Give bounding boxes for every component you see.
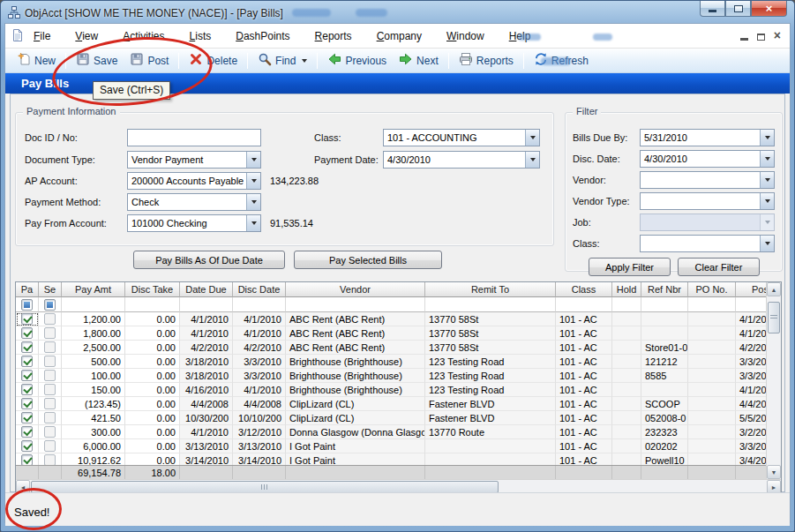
pay-checkbox[interactable] [21, 398, 33, 409]
chevron-down-icon[interactable] [760, 172, 774, 188]
vertical-scroll-thumb[interactable] [768, 302, 780, 333]
find-button[interactable]: Find [251, 50, 313, 71]
chevron-down-icon[interactable] [760, 130, 774, 146]
menu-view[interactable]: View [75, 30, 98, 42]
column-header-pa[interactable]: Pa [16, 282, 39, 297]
column-header-post_date[interactable]: Post D [736, 282, 766, 297]
class-combo[interactable]: 101 - ACCOUNTING [383, 129, 540, 146]
table-row[interactable]: 421.500.0010/30/20010/10/200ClipLizard (… [16, 411, 766, 425]
document-type-combo[interactable]: Vendor Payment [127, 151, 261, 169]
select-checkbox[interactable] [44, 327, 56, 339]
chevron-down-icon[interactable] [760, 193, 774, 209]
pay-from-account-combo[interactable]: 101000 Checking [127, 214, 261, 232]
doc-id-input[interactable] [127, 129, 261, 146]
pay-checkbox[interactable] [21, 426, 33, 438]
chevron-down-icon[interactable] [525, 152, 539, 168]
column-header-date_due[interactable]: Date Due [180, 282, 233, 297]
column-header-class[interactable]: Class [556, 282, 612, 297]
chevron-down-icon[interactable] [246, 173, 260, 189]
chevron-down-icon[interactable] [246, 215, 260, 231]
scroll-down-button[interactable]: ▼ [767, 465, 781, 479]
menu-company[interactable]: Company [377, 30, 422, 42]
filter-combo-vendor[interactable] [640, 171, 775, 189]
filter-combo-vendortype[interactable] [640, 192, 775, 210]
column-header-hold[interactable]: Hold [612, 282, 641, 297]
previous-button[interactable]: Previous [321, 50, 393, 71]
table-row[interactable]: 6,000.000.003/13/20103/13/2010I Got Pain… [16, 439, 766, 453]
select-checkbox[interactable] [44, 356, 56, 367]
next-button[interactable]: Next [393, 50, 445, 71]
table-row[interactable]: 100.000.003/18/20103/3/2010Brighthouse (… [16, 369, 766, 383]
pay-checkbox[interactable] [21, 384, 33, 395]
chevron-down-icon[interactable] [246, 194, 260, 210]
find-dropdown-arrow[interactable] [302, 59, 307, 63]
maximize-button[interactable] [725, 1, 751, 17]
filter-combo-class[interactable] [640, 235, 775, 252]
reports-button[interactable]: Reports [453, 50, 520, 71]
horizontal-scroll-thumb[interactable] [31, 481, 499, 493]
select-checkbox[interactable] [44, 398, 56, 409]
column-header-disc_date[interactable]: Disc Date [233, 282, 286, 297]
select-checkbox[interactable] [44, 426, 56, 438]
menu-file[interactable]: File [34, 30, 50, 42]
column-header-ref_nbr[interactable]: Ref Nbr [641, 282, 688, 297]
table-row[interactable]: 500.000.003/18/20103/3/2010Brighthouse (… [16, 355, 766, 369]
filter-combo-billsdueby[interactable]: 5/31/2010 [640, 129, 775, 146]
column-header-vendor[interactable]: Vendor [286, 282, 425, 297]
close-button[interactable]: × [751, 1, 787, 17]
apply-filter-button[interactable]: Apply Filter [589, 258, 671, 276]
select-all-se-checkbox[interactable] [44, 299, 56, 311]
column-header-remit_to[interactable]: Remit To [425, 282, 556, 297]
chevron-down-icon[interactable] [760, 236, 774, 251]
chevron-down-icon[interactable] [246, 152, 260, 168]
mdi-minimize-icon[interactable] [740, 38, 748, 41]
pay-checkbox[interactable] [21, 356, 33, 367]
table-row[interactable]: 2,500.000.004/2/20104/2/2010ABC Rent (AB… [16, 341, 766, 355]
minimize-button[interactable] [700, 1, 725, 17]
select-checkbox[interactable] [44, 384, 56, 395]
menu-lists[interactable]: Lists [190, 30, 212, 42]
pay-checkbox[interactable] [21, 440, 33, 452]
mdi-close-icon[interactable]: × [774, 30, 781, 41]
select-checkbox[interactable] [44, 440, 56, 452]
table-row[interactable]: 300.000.004/1/20103/12/2010Donna Glasgow… [16, 425, 766, 439]
cell-disc_take: 0.00 [125, 453, 180, 465]
column-header-pay_amt[interactable]: Pay Amt [62, 282, 125, 297]
scroll-up-button[interactable]: ▲ [767, 282, 781, 296]
pay-checkbox[interactable] [21, 412, 33, 423]
payment-date-combo[interactable]: 4/30/2010 [383, 151, 540, 169]
payment-method-combo[interactable]: Check [127, 193, 261, 211]
column-header-se[interactable]: Se [39, 282, 62, 297]
clear-filter-button[interactable]: Clear Filter [678, 258, 760, 276]
pay-checkbox[interactable] [21, 370, 33, 381]
filter-combo-discdate[interactable]: 4/30/2010 [640, 150, 775, 168]
select-checkbox[interactable] [44, 412, 56, 423]
ap-account-combo[interactable]: 200000 Accounts Payable [127, 172, 261, 190]
pay-checkbox[interactable] [21, 327, 33, 339]
table-row[interactable]: 150.000.004/16/20104/1/2010Brighthouse (… [16, 383, 766, 397]
pay-checkbox[interactable] [21, 454, 33, 465]
table-row[interactable]: 1,800.000.004/1/20104/1/2010ABC Rent (AB… [16, 326, 766, 341]
select-checkbox[interactable] [44, 313, 56, 325]
table-row[interactable]: 1,200.000.004/1/20104/1/2010ABC Rent (AB… [16, 312, 766, 326]
column-header-po_no[interactable]: PO No. [688, 282, 736, 297]
select-checkbox[interactable] [44, 454, 56, 465]
new-button[interactable]: New [11, 50, 62, 71]
select-all-pa-checkbox[interactable] [21, 299, 33, 311]
vertical-scrollbar[interactable]: ▲ ▼ [766, 282, 781, 479]
table-row[interactable]: 10,912.620.003/14/20103/14/2010I Got Pai… [16, 453, 766, 465]
menu-dashpoints[interactable]: DashPoints [236, 30, 289, 42]
select-checkbox[interactable] [44, 370, 56, 381]
pay-checkbox[interactable] [21, 313, 33, 325]
chevron-down-icon[interactable] [525, 130, 539, 146]
table-row[interactable]: (123.45)0.004/4/20084/4/2008ClipLizard (… [16, 397, 766, 411]
pay-bills-due-date-button[interactable]: Pay Bills As Of Due Date [133, 251, 285, 269]
select-checkbox[interactable] [44, 341, 56, 353]
column-header-disc_take[interactable]: Disc Take [125, 282, 180, 297]
menu-reports[interactable]: Reports [315, 30, 352, 42]
pay-selected-bills-button[interactable]: Pay Selected Bills [294, 251, 442, 269]
pay-checkbox[interactable] [21, 341, 33, 353]
chevron-down-icon[interactable] [760, 151, 774, 167]
mdi-restore-icon[interactable] [757, 34, 765, 41]
menu-window[interactable]: Window [446, 30, 484, 42]
